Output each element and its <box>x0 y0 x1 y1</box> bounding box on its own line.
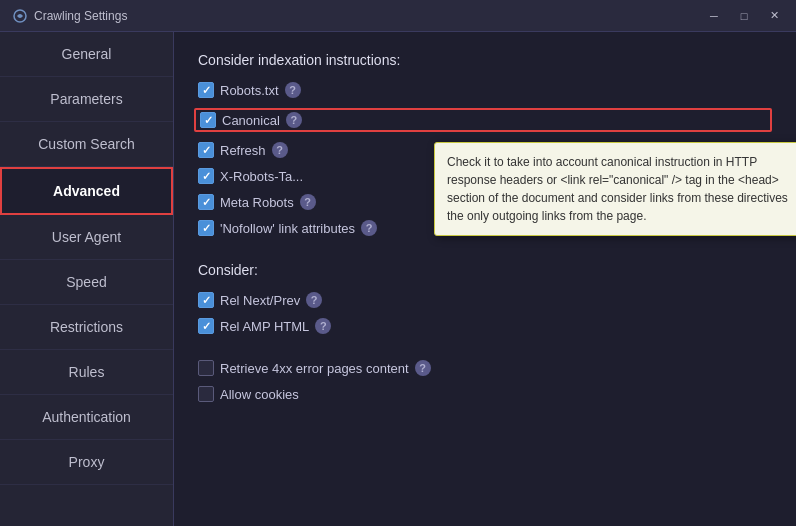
robots-txt-label[interactable]: Robots.txt <box>220 83 279 98</box>
rel-amp-info-icon[interactable]: ? <box>315 318 331 334</box>
window-controls: ─ □ ✕ <box>700 5 788 27</box>
main-layout: General Parameters Custom Search Advance… <box>0 32 796 526</box>
allow-cookies-checkbox[interactable] <box>198 386 214 402</box>
rel-amp-checkbox[interactable]: ✓ <box>198 318 214 334</box>
minimize-button[interactable]: ─ <box>700 5 728 27</box>
checkmark-icon: ✓ <box>202 85 211 96</box>
allow-cookies-label[interactable]: Allow cookies <box>220 387 299 402</box>
canonical-row: ✓ Canonical ? <box>194 108 772 132</box>
rel-next-prev-row: ✓ Rel Next/Prev ? <box>198 292 772 308</box>
section1-title: Consider indexation instructions: <box>198 52 772 68</box>
sidebar-item-custom-search[interactable]: Custom Search <box>0 122 173 167</box>
retrieve-4xx-label[interactable]: Retrieve 4xx error pages content <box>220 361 409 376</box>
rel-next-prev-label[interactable]: Rel Next/Prev <box>220 293 300 308</box>
robots-txt-row: ✓ Robots.txt ? <box>198 82 772 98</box>
tooltip-text: Check it to take into account canonical … <box>447 155 788 223</box>
nofollow-info-icon[interactable]: ? <box>361 220 377 236</box>
meta-robots-checkbox[interactable]: ✓ <box>198 194 214 210</box>
sidebar-item-restrictions[interactable]: Restrictions <box>0 305 173 350</box>
refresh-label[interactable]: Refresh <box>220 143 266 158</box>
nofollow-label[interactable]: 'Nofollow' link attributes <box>220 221 355 236</box>
robots-txt-checkbox[interactable]: ✓ <box>198 82 214 98</box>
rel-next-prev-checkbox[interactable]: ✓ <box>198 292 214 308</box>
close-button[interactable]: ✕ <box>760 5 788 27</box>
rel-amp-label[interactable]: Rel AMP HTML <box>220 319 309 334</box>
canonical-checkbox-container: ✓ Canonical ? <box>200 112 766 128</box>
rel-next-prev-info-icon[interactable]: ? <box>306 292 322 308</box>
sidebar-item-rules[interactable]: Rules <box>0 350 173 395</box>
refresh-info-icon[interactable]: ? <box>272 142 288 158</box>
maximize-button[interactable]: □ <box>730 5 758 27</box>
sidebar: General Parameters Custom Search Advance… <box>0 32 174 526</box>
allow-cookies-row: Allow cookies <box>198 386 772 402</box>
meta-robots-checkmark: ✓ <box>202 197 211 208</box>
x-robots-label[interactable]: X-Robots-Ta... <box>220 169 303 184</box>
canonical-info-icon[interactable]: ? <box>286 112 302 128</box>
refresh-checkmark: ✓ <box>202 145 211 156</box>
retrieve-4xx-row: Retrieve 4xx error pages content ? <box>198 360 772 376</box>
rel-amp-checkmark: ✓ <box>202 321 211 332</box>
sidebar-item-authentication[interactable]: Authentication <box>0 395 173 440</box>
sidebar-item-speed[interactable]: Speed <box>0 260 173 305</box>
sidebar-item-general[interactable]: General <box>0 32 173 77</box>
canonical-label[interactable]: Canonical <box>222 113 280 128</box>
nofollow-checkbox[interactable]: ✓ <box>198 220 214 236</box>
sidebar-item-advanced[interactable]: Advanced <box>0 167 173 215</box>
content-area: Consider indexation instructions: ✓ Robo… <box>174 32 796 526</box>
meta-robots-label[interactable]: Meta Robots <box>220 195 294 210</box>
canonical-tooltip: Check it to take into account canonical … <box>434 142 796 236</box>
robots-txt-info-icon[interactable]: ? <box>285 82 301 98</box>
sidebar-item-user-agent[interactable]: User Agent <box>0 215 173 260</box>
x-robots-checkbox[interactable]: ✓ <box>198 168 214 184</box>
x-robots-checkmark: ✓ <box>202 171 211 182</box>
sidebar-item-proxy[interactable]: Proxy <box>0 440 173 485</box>
canonical-checkbox[interactable]: ✓ <box>200 112 216 128</box>
section2-title: Consider: <box>198 262 772 278</box>
refresh-checkbox[interactable]: ✓ <box>198 142 214 158</box>
title-bar: Crawling Settings ─ □ ✕ <box>0 0 796 32</box>
app-icon <box>12 8 28 24</box>
meta-robots-info-icon[interactable]: ? <box>300 194 316 210</box>
nofollow-checkmark: ✓ <box>202 223 211 234</box>
title-bar-left: Crawling Settings <box>12 8 127 24</box>
window-title: Crawling Settings <box>34 9 127 23</box>
rel-next-prev-checkmark: ✓ <box>202 295 211 306</box>
retrieve-4xx-checkbox[interactable] <box>198 360 214 376</box>
retrieve-4xx-info-icon[interactable]: ? <box>415 360 431 376</box>
rel-amp-row: ✓ Rel AMP HTML ? <box>198 318 772 334</box>
canonical-checkmark-icon: ✓ <box>204 115 213 126</box>
sidebar-item-parameters[interactable]: Parameters <box>0 77 173 122</box>
